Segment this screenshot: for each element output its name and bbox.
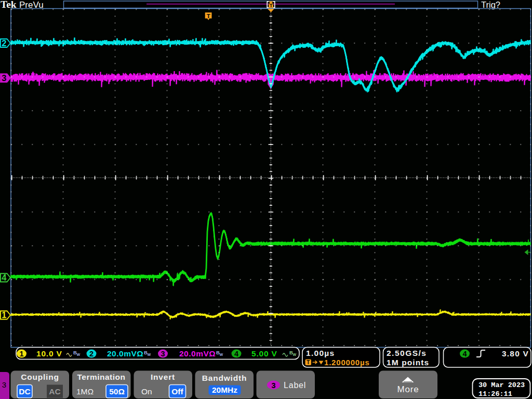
svg-text:Label: Label	[284, 381, 306, 390]
svg-text:1MΩ: 1MΩ	[76, 387, 94, 396]
svg-text:30 Mar 2023: 30 Mar 2023	[478, 381, 525, 389]
svg-text:20.0mVΩ: 20.0mVΩ	[107, 349, 143, 358]
svg-text:W: W	[293, 353, 297, 356]
svg-text:Off: Off	[171, 387, 183, 396]
svg-text:W: W	[77, 353, 81, 356]
svg-text:20MHz: 20MHz	[212, 385, 237, 394]
svg-text:4: 4	[462, 350, 467, 358]
svg-text:Invert: Invert	[151, 373, 175, 381]
svg-text:T: T	[207, 13, 210, 19]
svg-text:AC: AC	[49, 387, 60, 396]
svg-text:3: 3	[161, 350, 165, 358]
svg-text:4: 4	[234, 350, 238, 358]
svg-text:2.50GS/s: 2.50GS/s	[387, 349, 427, 357]
svg-text:3.80 V: 3.80 V	[502, 349, 529, 358]
svg-text:1: 1	[19, 350, 23, 358]
svg-text:1M points: 1M points	[387, 358, 429, 367]
svg-text:3: 3	[271, 381, 275, 390]
svg-text:3: 3	[2, 73, 6, 83]
svg-text:1.00µs: 1.00µs	[306, 349, 335, 357]
svg-text:W: W	[220, 353, 223, 356]
svg-text:T: T	[270, 3, 273, 8]
svg-text:W: W	[148, 353, 151, 356]
svg-text:2: 2	[89, 350, 94, 358]
svg-text:1: 1	[2, 310, 6, 320]
svg-text:Trig?: Trig?	[481, 0, 500, 9]
svg-text:Bandwidth: Bandwidth	[202, 374, 247, 382]
svg-text:1.200000µs: 1.200000µs	[324, 358, 370, 367]
svg-text:DC: DC	[19, 387, 30, 396]
svg-text:20.0mVΩ: 20.0mVΩ	[179, 349, 216, 358]
svg-text:3: 3	[2, 380, 6, 389]
svg-text:Termination: Termination	[77, 373, 125, 381]
svg-text:50Ω: 50Ω	[109, 387, 125, 396]
svg-text:T: T	[307, 359, 310, 365]
svg-text:Coupling: Coupling	[21, 373, 59, 381]
svg-text:PreVu: PreVu	[19, 0, 44, 10]
svg-text:5.00 V: 5.00 V	[251, 349, 277, 358]
svg-text:On: On	[141, 387, 152, 396]
svg-text:11:26:11: 11:26:11	[478, 390, 512, 398]
svg-text:4: 4	[2, 273, 7, 282]
svg-text:2: 2	[2, 38, 6, 48]
svg-text:More: More	[397, 384, 419, 394]
svg-text:10.0 V: 10.0 V	[36, 349, 62, 358]
